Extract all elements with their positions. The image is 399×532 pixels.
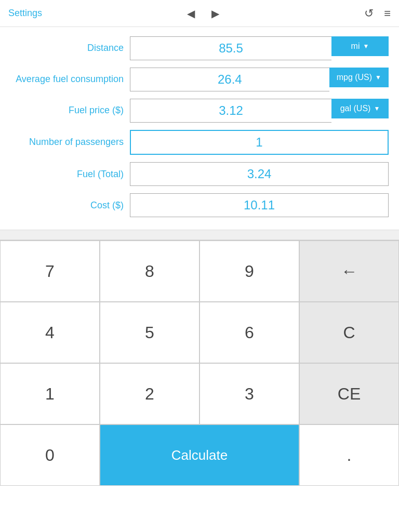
nav-center: ◀ ▶: [187, 7, 219, 20]
cost-value: 10.11: [130, 193, 389, 217]
distance-input[interactable]: [130, 36, 331, 60]
key-4[interactable]: 4: [0, 302, 100, 363]
cost-row: Cost ($) 10.11: [10, 193, 389, 217]
distance-row: Distance mi ▼: [10, 36, 389, 60]
fuel-total-row: Fuel (Total) 3.24: [10, 162, 389, 186]
key-7[interactable]: 7: [0, 241, 100, 302]
key-decimal[interactable]: .: [299, 424, 399, 486]
forward-button[interactable]: ▶: [211, 7, 219, 20]
fuel-price-unit-dropdown-icon: ▼: [374, 105, 380, 112]
key-5[interactable]: 5: [100, 302, 200, 363]
form-area: Distance mi ▼ Average fuel consumption m…: [0, 27, 399, 230]
calculate-button[interactable]: Calculate: [100, 424, 299, 486]
distance-input-group: mi ▼: [130, 36, 389, 60]
fuel-consumption-input[interactable]: [130, 68, 329, 91]
fuel-consumption-row: Average fuel consumption mpg (US) ▼: [10, 68, 389, 91]
divider: [0, 230, 399, 240]
distance-unit-dropdown-icon: ▼: [363, 43, 369, 50]
fuel-price-row: Fuel price ($) gal (US) ▼: [10, 99, 389, 123]
key-9[interactable]: 9: [200, 241, 299, 302]
passengers-input[interactable]: [130, 130, 389, 155]
nav-right: ↺ ≡: [364, 7, 391, 20]
key-clear[interactable]: C: [299, 302, 399, 363]
fuel-consumption-unit-button[interactable]: mpg (US) ▼: [329, 68, 389, 87]
key-1[interactable]: 1: [0, 363, 100, 424]
back-button[interactable]: ◀: [187, 7, 195, 20]
passengers-label: Number of passengers: [10, 136, 130, 148]
fuel-consumption-unit-dropdown-icon: ▼: [375, 74, 381, 81]
key-backspace[interactable]: ←: [299, 241, 399, 302]
fuel-price-input-group: gal (US) ▼: [130, 99, 389, 123]
top-bar: Settings ◀ ▶ ↺ ≡: [0, 0, 399, 27]
key-clear-entry[interactable]: CE: [299, 363, 399, 424]
fuel-price-label: Fuel price ($): [10, 104, 130, 116]
fuel-consumption-input-group: mpg (US) ▼: [130, 68, 389, 91]
key-3[interactable]: 3: [200, 363, 299, 424]
cost-label: Cost ($): [10, 200, 130, 211]
undo-icon[interactable]: ↺: [364, 7, 374, 20]
fuel-total-label: Fuel (Total): [10, 169, 130, 180]
distance-unit-button[interactable]: mi ▼: [331, 36, 389, 56]
key-2[interactable]: 2: [100, 363, 200, 424]
fuel-consumption-label: Average fuel consumption: [10, 73, 130, 85]
key-8[interactable]: 8: [100, 241, 200, 302]
keypad: 7 8 9 ← 4 5 6 C 1 2 3 CE 0 Calculate .: [0, 240, 399, 486]
key-0[interactable]: 0: [0, 424, 100, 486]
distance-label: Distance: [10, 42, 130, 54]
fuel-total-value: 3.24: [130, 162, 389, 186]
passengers-row: Number of passengers: [10, 130, 389, 155]
menu-icon[interactable]: ≡: [384, 7, 391, 20]
settings-button[interactable]: Settings: [8, 8, 42, 19]
fuel-price-unit-button[interactable]: gal (US) ▼: [331, 99, 389, 118]
fuel-price-input[interactable]: [130, 99, 331, 123]
key-6[interactable]: 6: [200, 302, 299, 363]
